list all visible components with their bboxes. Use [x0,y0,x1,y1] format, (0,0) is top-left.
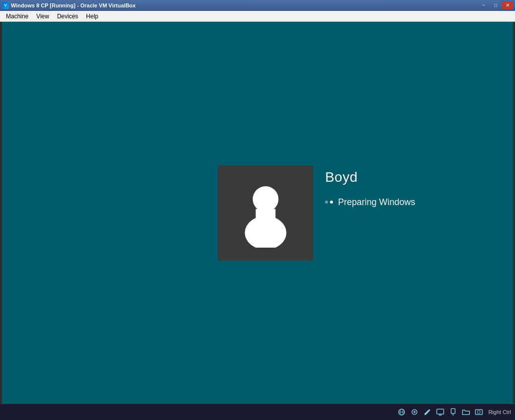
network-icon[interactable] [396,407,407,418]
svg-point-14 [477,411,480,414]
close-button[interactable]: ✕ [502,1,513,9]
audio-icon[interactable] [409,407,420,418]
capture-icon[interactable] [473,407,484,418]
user-avatar-image [236,178,295,248]
status-area: Preparing Windows [325,197,415,208]
menubar: Machine View Devices Help [0,11,515,22]
login-area: Boyd Preparing Windows [218,165,415,261]
display-icon[interactable] [435,407,446,418]
right-ctrl-label: Right Ctrl [488,409,511,415]
svg-rect-2 [256,209,275,219]
svg-point-7 [413,411,415,413]
minimize-button[interactable]: − [478,1,489,9]
titlebar-buttons: − □ ✕ [478,1,513,9]
svg-rect-8 [437,409,444,414]
dot-1 [325,201,328,204]
shared-folders-icon[interactable] [461,407,471,418]
titlebar: V Windows 8 CP [Running] - Oracle VM Vir… [0,0,515,11]
menu-machine[interactable]: Machine [2,12,32,21]
vm-viewport: Boyd Preparing Windows [2,22,513,404]
loading-dots [325,201,333,204]
menu-view[interactable]: View [32,12,53,21]
avatar [218,165,313,261]
maximize-button[interactable]: □ [490,1,501,9]
app-icon: V [2,2,9,9]
titlebar-left: V Windows 8 CP [Running] - Oracle VM Vir… [2,2,136,9]
window-title: Windows 8 CP [Running] - Oracle VM Virtu… [11,2,136,8]
user-info: Boyd Preparing Windows [325,165,415,208]
svg-rect-11 [451,409,455,414]
menu-devices[interactable]: Devices [53,12,82,21]
status-text: Preparing Windows [338,197,415,208]
username-label: Boyd [325,169,415,185]
svg-point-0 [253,186,278,212]
svg-point-1 [245,216,286,248]
taskbar: Right Ctrl [0,404,515,420]
menu-help[interactable]: Help [82,12,103,21]
edit-icon[interactable] [422,407,433,418]
usb-icon[interactable] [448,407,459,418]
dot-2 [330,201,333,204]
